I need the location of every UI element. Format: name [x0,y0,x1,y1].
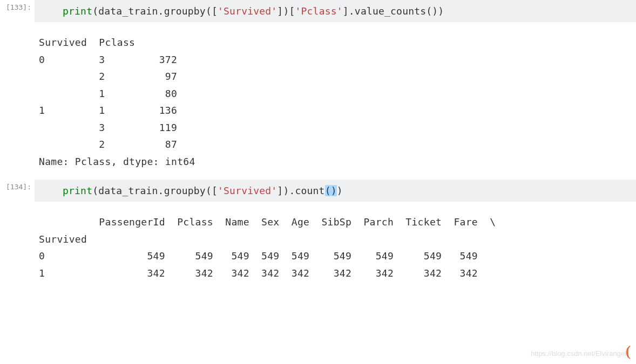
highlighted-paren-open: ( [325,185,331,196]
string-literal: 'Survived' [218,5,277,17]
code-mid: ]).count [277,185,324,196]
input-area[interactable]: print(data_train.groupby(['Survived']).c… [35,180,636,202]
string-literal: 'Pclass' [295,5,342,17]
string-literal: 'Survived' [218,185,277,196]
code-obj: data_train.groupby([ [98,185,218,196]
input-area[interactable]: print(data_train.groupby(['Survived'])['… [35,0,636,22]
prompt-label: [133]: [0,0,35,11]
code-gutter [35,0,58,22]
notebook-container: { "cell1": { "prompt": "[133]:", "code":… [0,0,636,364]
prompt-label: [134]: [0,180,35,191]
paren-glyph-icon: ( [626,342,631,360]
code-tail: ].value_counts()) [343,5,444,17]
paren-open: ( [92,5,98,17]
code-obj: data_train.groupby([ [98,5,218,17]
input-cell-134: [134]: print(data_train.groupby(['Surviv… [0,180,636,202]
code-mid: ])[ [277,5,295,17]
output-cell-134: PassengerId Pclass Name Sex Age SibSp Pa… [0,204,636,291]
keyword-print: print [63,5,92,17]
highlighted-paren-close: ) [331,185,337,196]
paren-close: ) [337,185,343,196]
paren-open: ( [92,185,98,196]
output-cell-133: Survived Pclass 0 3 372 2 97 1 80 1 1 13… [0,24,636,180]
code-editor[interactable]: print(data_train.groupby(['Survived']).c… [58,180,636,202]
keyword-print: print [63,185,92,196]
input-cell-133: [133]: print(data_train.groupby(['Surviv… [0,0,636,22]
code-gutter [35,180,58,202]
code-editor[interactable]: print(data_train.groupby(['Survived'])['… [58,0,636,22]
watermark-text: https://blog.csdn.net/Elvirangel [531,349,626,358]
